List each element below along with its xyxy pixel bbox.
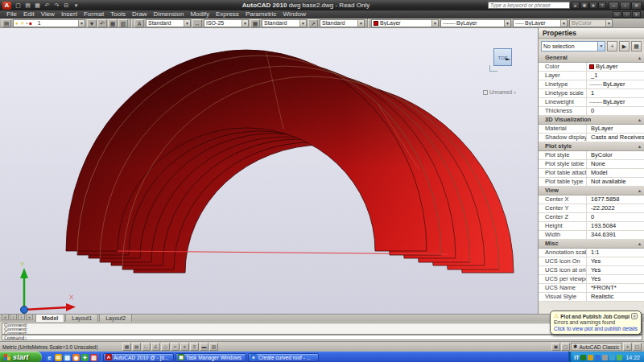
property-row[interactable]: ▴ Material ByLayer: [539, 125, 644, 134]
otrack-toggle[interactable]: ≈: [171, 343, 180, 351]
tray-icon-volume[interactable]: [609, 355, 615, 360]
taskbar-button-autocad[interactable]: A AutoCAD 2010 @ - [d...: [103, 353, 174, 362]
property-row[interactable]: ▴ Width 344.6391: [539, 231, 644, 240]
layer-properties-manager-button[interactable]: ▤: [2, 19, 11, 27]
property-row[interactable]: ▴ UCS icon On Yes: [539, 257, 644, 266]
command-history[interactable]: Command:Command:Command:: [2, 323, 642, 335]
messenger-icon[interactable]: ✦: [81, 354, 89, 361]
model-viewport-svg[interactable]: Y X: [0, 28, 538, 314]
plot-icon[interactable]: ⊟: [62, 2, 71, 10]
property-row[interactable]: ▴ 3D Visualization: [539, 116, 644, 125]
property-row[interactable]: ▴ UCS per viewport Yes: [539, 275, 644, 284]
osnap-toggle[interactable]: ◇: [161, 343, 170, 351]
selection-combo[interactable]: No selection ▼: [541, 41, 605, 51]
property-row[interactable]: ▴ Height 193.5084: [539, 222, 644, 231]
collapse-icon[interactable]: ▴: [638, 54, 641, 62]
chevron-down-icon[interactable]: ▼: [431, 20, 438, 27]
tab-scroll-next-icon[interactable]: ›: [18, 314, 25, 320]
media-player-icon[interactable]: ◉: [72, 354, 80, 361]
menu-item[interactable]: Window: [280, 10, 309, 19]
view-name-label[interactable]: Unnamed ▾: [483, 89, 516, 95]
quick-select-button[interactable]: ▦: [631, 41, 642, 51]
tray-icon-network[interactable]: [595, 355, 601, 360]
menu-item[interactable]: Draw: [129, 10, 151, 19]
show-desktop-icon[interactable]: ▤: [64, 354, 71, 361]
doc-restore-button[interactable]: ▫: [622, 11, 631, 18]
doc-close-button[interactable]: ✕: [632, 11, 641, 18]
mleader-style-combo[interactable]: Standard▼: [320, 19, 365, 27]
layer-previous-button[interactable]: ↶: [97, 19, 107, 27]
property-row[interactable]: ▴ Center X 1677.5858: [539, 195, 644, 204]
chevron-down-icon[interactable]: ▼: [78, 20, 85, 27]
layout-space-icon[interactable]: ▢: [561, 343, 570, 351]
make-object-layer-current-button[interactable]: ▼: [87, 19, 97, 27]
layer-states-button[interactable]: ▦: [108, 19, 118, 27]
menu-item[interactable]: View: [38, 10, 58, 19]
property-row[interactable]: ▴ Center Y -22.2022: [539, 204, 644, 213]
undo-icon[interactable]: ↶: [43, 2, 52, 10]
property-row[interactable]: ▴ UCS icon at origin Yes: [539, 266, 644, 275]
chevron-down-icon[interactable]: ▼: [597, 42, 605, 51]
help-icon[interactable]: ?: [598, 2, 606, 9]
menu-item[interactable]: Modify: [187, 10, 213, 19]
grid-toggle[interactable]: ▤: [132, 343, 141, 351]
property-row[interactable]: ▴ Linetype ByLayer: [539, 80, 644, 89]
taskbar-button-task-manager[interactable]: ▣ Task Manager Windows: [175, 353, 246, 362]
tab-scroll-first-icon[interactable]: «: [2, 314, 9, 320]
polar-toggle[interactable]: ∠: [151, 343, 160, 351]
tab-scroll-prev-icon[interactable]: ‹: [10, 314, 17, 320]
menu-item[interactable]: Format: [80, 10, 107, 19]
taskbar-button-browser[interactable]: e Create curved roof - ...: [248, 353, 319, 362]
drawing-viewport[interactable]: Y X TOP Unnamed ▾: [0, 28, 538, 314]
viewcube-top-face[interactable]: TOP: [493, 48, 512, 66]
restore-button[interactable]: ▫: [620, 2, 630, 10]
menu-item[interactable]: Express: [213, 10, 242, 19]
layout-tab[interactable]: Model: [35, 314, 64, 322]
chevron-down-icon[interactable]: ▼: [242, 20, 248, 27]
minimize-button[interactable]: ─: [609, 2, 619, 10]
start-button[interactable]: start: [0, 352, 42, 362]
close-icon[interactable]: ✕: [631, 313, 638, 319]
property-row[interactable]: ▴ Color ByLayer: [539, 63, 644, 72]
ortho-toggle[interactable]: ∟: [142, 343, 151, 351]
text-style-combo[interactable]: Standard▼: [146, 19, 191, 27]
property-row[interactable]: ▴ Visual Style Realistic: [539, 293, 644, 302]
property-row[interactable]: ▴ Plot style table None: [539, 160, 644, 169]
search-icon[interactable]: ▸: [572, 2, 580, 9]
language-indicator[interactable]: IT: [574, 355, 579, 360]
chevron-down-icon[interactable]: ▼: [184, 20, 190, 27]
property-row[interactable]: ▴ Plot style: [539, 142, 644, 151]
tray-icon-update[interactable]: [588, 355, 593, 360]
communication-center-icon[interactable]: ✱: [580, 2, 588, 9]
menu-item[interactable]: Tools: [107, 10, 129, 19]
chevron-down-icon[interactable]: ▼: [357, 20, 364, 27]
tray-icon-plotter[interactable]: [602, 355, 608, 360]
menu-item[interactable]: Dimension: [151, 10, 188, 19]
collapse-icon[interactable]: ▴: [638, 187, 641, 195]
redo-icon[interactable]: ↷: [52, 2, 61, 10]
table-style-combo[interactable]: Standard▼: [262, 19, 307, 27]
ducs-toggle[interactable]: ±: [180, 343, 189, 351]
new-file-icon[interactable]: ▢: [14, 2, 23, 10]
property-row[interactable]: ▴ General: [539, 54, 644, 63]
tray-icon-safely-remove[interactable]: [617, 355, 622, 360]
lwt-toggle[interactable]: ▬: [200, 343, 208, 351]
open-file-icon[interactable]: ▤: [23, 2, 32, 10]
notification-link[interactable]: Click to view plot and publish details..…: [554, 326, 638, 331]
tray-icon-antivirus[interactable]: [580, 355, 586, 360]
command-input[interactable]: Command:: [2, 335, 642, 340]
workspace-switcher[interactable]: ✱ AutoCAD Classic ▾: [571, 343, 622, 351]
menu-item[interactable]: File: [3, 10, 20, 19]
layout-tab[interactable]: Layout1: [65, 314, 98, 322]
collapse-icon[interactable]: ▴: [638, 240, 641, 248]
property-row[interactable]: ▴ Annotation scale 1:1: [539, 249, 644, 257]
favorites-icon[interactable]: ★: [589, 2, 597, 9]
menu-item[interactable]: Parametric: [242, 10, 280, 19]
snap-toggle[interactable]: ▦: [122, 343, 131, 351]
property-row[interactable]: ▴ Shadow display Casts and Receives Shad…: [539, 134, 644, 142]
internet-explorer-icon[interactable]: e: [46, 354, 53, 361]
palette-title[interactable]: Properties: [539, 28, 644, 39]
property-row[interactable]: ▴ View: [539, 187, 644, 195]
tab-scroll-last-icon[interactable]: »: [26, 314, 33, 320]
property-row[interactable]: ▴ Center Z 0: [539, 213, 644, 222]
